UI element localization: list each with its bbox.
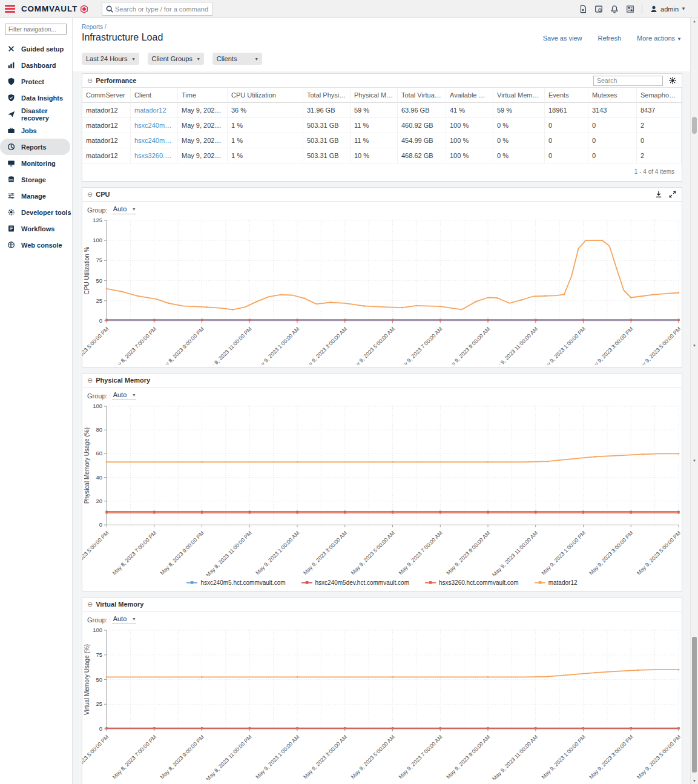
sidebar-item-workflows[interactable]: Workflows <box>0 220 72 237</box>
client-link[interactable]: hsxs3260.hct.co... <box>131 148 178 163</box>
svg-text:0: 0 <box>99 521 102 528</box>
column-header-cpu-utilization[interactable]: CPU Utilization <box>228 88 303 103</box>
x-axis-label: May 8, 2023 5:00:00 PM <box>82 326 110 364</box>
group-by-select[interactable]: Auto▾ <box>112 391 137 400</box>
group-label: Group: <box>87 392 108 400</box>
table-cell: May 9, 2023, 05:... <box>178 148 228 163</box>
filter-chip-label: Clients <box>217 55 237 62</box>
x-axis-label: May 9, 2023 3:00:00 PM <box>588 326 634 364</box>
column-header-time[interactable]: Time <box>178 88 228 103</box>
sidebar-item-disaster-recovery[interactable]: Disaster recovery <box>0 106 72 122</box>
virtual-memory-chart-svg: 0255075100Virtual Memory Usage (%)May 8,… <box>82 625 680 780</box>
table-row: matador12matador12May 9, 2023, 05:...36 … <box>82 103 682 118</box>
sidebar-item-reports[interactable]: Reports <box>0 139 70 155</box>
column-header-virtual-memory[interactable]: Virtual Memory ... <box>493 88 545 103</box>
table-search-input[interactable] <box>593 76 663 86</box>
svg-text:100: 100 <box>93 403 102 409</box>
save-as-view-button[interactable]: Save as view <box>543 35 582 42</box>
sidebar-item-data-insights[interactable]: Data Insights <box>0 90 72 106</box>
refresh-button[interactable]: Refresh <box>598 35 622 42</box>
client-link[interactable]: hsxc240m5dev... <box>131 133 178 148</box>
column-header-semaphores[interactable]: Semaphores <box>637 88 682 103</box>
sidebar-item-storage[interactable]: Storage <box>0 171 72 188</box>
caret-down-icon: ▾ <box>132 56 134 62</box>
vertical-scrollbar[interactable]: ▲ ▼ ▼ ▼ <box>690 18 698 784</box>
scroll-down-arrow[interactable]: ▼ <box>691 344 698 348</box>
column-header-available-virtua[interactable]: Available Virtua... <box>446 88 493 103</box>
physical-memory-panel: ⊖ Physical Memory Group: Auto▾ 020406080… <box>82 373 682 591</box>
column-header-client[interactable]: Client <box>131 88 178 103</box>
column-header-total-virtual-me[interactable]: Total Virtual Me... <box>398 88 446 103</box>
group-label: Group: <box>87 206 108 214</box>
sidebar-item-developer-tools[interactable]: Developer tools <box>0 204 72 220</box>
breadcrumb-reports-link[interactable]: Reports <box>82 24 103 30</box>
scroll-down-arrow[interactable]: ▼ <box>691 779 698 783</box>
sidebar-nav: Guided setupDashboardProtectData Insight… <box>0 41 72 253</box>
sidebar-item-monitoring[interactable]: Monitoring <box>0 155 72 171</box>
legend-item-matador12[interactable]: matador12 <box>535 579 578 586</box>
x-axis-label: May 9, 2023 3:00:00 PM <box>588 530 634 576</box>
export-download-icon[interactable] <box>654 190 663 199</box>
column-header-physical-memo[interactable]: Physical Memo... <box>351 88 398 103</box>
filter-navigation-input[interactable] <box>5 24 67 35</box>
file-report-icon[interactable] <box>579 5 587 13</box>
group-by-select[interactable]: Auto▾ <box>112 205 137 214</box>
legend-item-hsxc240m5dev-hct-commvault-com[interactable]: hsxc240m5dev.hct.commvault.com <box>301 579 409 586</box>
collapse-icon[interactable]: ⊖ <box>87 77 93 84</box>
client-link[interactable]: hsxc240m5.hct... <box>131 118 178 133</box>
group-by-select[interactable]: Auto▾ <box>112 615 137 624</box>
svg-text:60: 60 <box>96 450 102 456</box>
legend-item-hsxc240m5-hct-commvault-com[interactable]: hsxc240m5.hct.commvault.com <box>186 579 285 586</box>
column-header-mutexes[interactable]: Mutexes <box>588 88 637 103</box>
table-cell: matador12 <box>82 118 131 133</box>
more-actions-button[interactable]: More actions ▼ <box>637 35 682 42</box>
command-search-input[interactable] <box>114 5 209 13</box>
sidebar-item-jobs[interactable]: Jobs <box>0 122 72 139</box>
svg-text:25: 25 <box>96 700 102 707</box>
scroll-up-arrow[interactable]: ▲ <box>691 19 698 23</box>
sidebar-item-guided-setup[interactable]: Guided setup <box>0 41 72 57</box>
client-link[interactable]: matador12 <box>131 103 178 117</box>
filter-chip-client-groups[interactable]: Client Groups▾ <box>148 53 204 65</box>
column-header-total-physical[interactable]: Total Physical ... <box>303 88 351 103</box>
svg-text:25: 25 <box>96 297 102 304</box>
x-axis-label: May 9, 2023 3:00:00 AM <box>302 326 348 364</box>
filter-chip-last-24-hours[interactable]: Last 24 Hours▾ <box>82 53 139 65</box>
sidebar-item-protect[interactable]: Protect <box>0 73 72 90</box>
filter-chip-clients[interactable]: Clients▾ <box>212 53 262 65</box>
table-row: matador12hsxc240m5dev...May 9, 2023, 05:… <box>82 133 682 148</box>
svg-text:0: 0 <box>99 725 102 732</box>
sidebar-item-web-console[interactable]: Web console <box>0 237 72 253</box>
x-axis-label: May 9, 2023 7:00:00 AM <box>398 734 444 780</box>
sidebar-item-dashboard[interactable]: Dashboard <box>0 57 72 73</box>
svg-text:40: 40 <box>96 474 102 481</box>
filter-chip-label: Last 24 Hours <box>86 55 127 62</box>
column-header-events[interactable]: Events <box>545 88 588 103</box>
device-clock-icon[interactable] <box>594 5 603 13</box>
sliders-icon <box>7 192 16 200</box>
table-cell: 8437 <box>637 103 682 117</box>
gear-icon[interactable] <box>668 76 677 85</box>
virtual-memory-panel: ⊖ Virtual Memory Group: Auto▾ 0255075100… <box>82 597 682 784</box>
scrollbar-thumb[interactable] <box>692 637 697 772</box>
scrollbar-thumb[interactable] <box>692 117 697 134</box>
user-menu[interactable]: admin ▼ <box>650 5 686 13</box>
table-cell: 0 <box>637 133 682 148</box>
command-search-box[interactable] <box>102 2 213 16</box>
hamburger-menu-icon[interactable] <box>5 4 15 15</box>
bell-icon[interactable] <box>610 5 619 13</box>
y-axis-label: CPU Utilization % <box>84 246 90 294</box>
collapse-icon[interactable]: ⊖ <box>87 377 93 384</box>
scroll-down-arrow[interactable]: ▼ <box>691 459 698 463</box>
table-cell: 3143 <box>588 103 637 117</box>
gridlines <box>107 220 679 321</box>
x-axis-label: May 9, 2023 1:00:00 PM <box>541 734 587 780</box>
table-cell: 0 % <box>493 148 545 163</box>
apps-grid-icon[interactable] <box>626 5 634 13</box>
collapse-icon[interactable]: ⊖ <box>87 601 93 608</box>
sidebar-item-manage[interactable]: Manage <box>0 188 72 204</box>
collapse-icon[interactable]: ⊖ <box>87 191 93 198</box>
legend-item-hsxs3260-hct-commvault-com[interactable]: hsxs3260.hct.commvault.com <box>425 579 519 586</box>
expand-icon[interactable] <box>668 190 677 199</box>
column-header-commserver[interactable]: CommServer <box>82 88 131 103</box>
